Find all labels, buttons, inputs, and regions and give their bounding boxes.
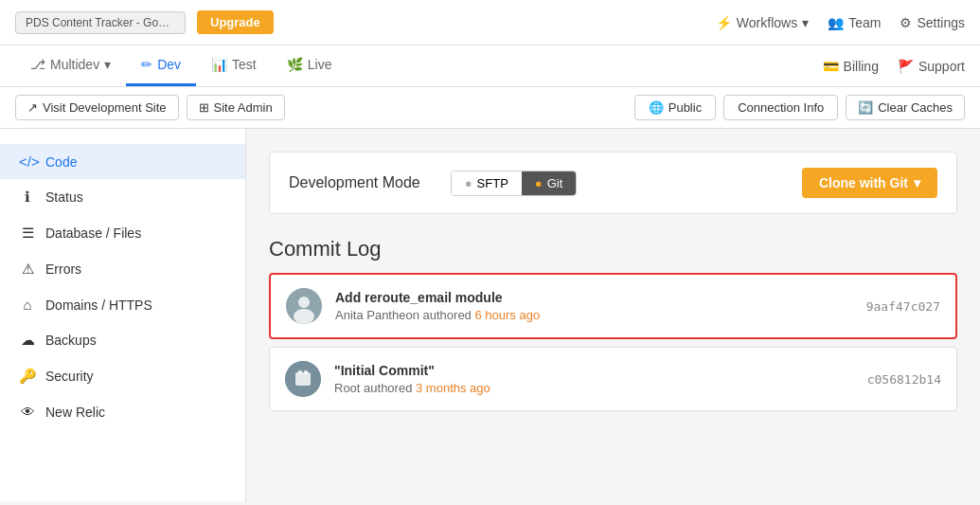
main-layout: </> Code ℹ Status ☰ Database / Files ⚠ E…: [0, 129, 980, 501]
sidebar-item-new-relic[interactable]: 👁 New Relic: [0, 394, 245, 429]
upgrade-button[interactable]: Upgrade: [197, 10, 274, 34]
workflows-chevron: ▾: [802, 15, 809, 30]
commit-meta-1: Anita Pantheon authored 6 hours ago: [335, 308, 853, 322]
connection-info-button[interactable]: Connection Info: [723, 95, 838, 120]
commit-info-1: Add reroute_email module Anita Pantheon …: [335, 290, 853, 322]
env-tabs: ⎇ Multidev ▾ ✏ Dev 📊 Test 🌿 Live: [15, 45, 347, 86]
multidev-chevron-icon: ▾: [104, 57, 111, 72]
sidebar-item-database[interactable]: ☰ Database / Files: [0, 215, 245, 251]
tab-live[interactable]: 🌿 Live: [272, 45, 347, 86]
support-icon: 🚩: [898, 59, 914, 74]
svg-rect-4: [295, 372, 311, 386]
action-bar: ↗ Visit Development Site ⊞ Site Admin 🌐 …: [0, 87, 980, 129]
external-link-icon: ↗: [27, 100, 38, 115]
warning-icon: ⚠: [19, 261, 36, 278]
settings-nav[interactable]: ⚙ Settings: [900, 15, 965, 30]
browser-tab: PDS Content Tracker - Google Docs · docs…: [15, 11, 186, 34]
live-icon: 🌿: [287, 57, 303, 72]
env-bar: ⎇ Multidev ▾ ✏ Dev 📊 Test 🌿 Live 💳 Billi…: [0, 45, 980, 87]
git-toggle[interactable]: ● Git: [522, 171, 576, 195]
commit-hash-1: 9aaf47c027: [866, 299, 940, 314]
public-button[interactable]: 🌐 Public: [634, 95, 716, 120]
team-label: Team: [848, 15, 881, 30]
commit-time-2: 3 months ago: [416, 381, 490, 395]
tab-test[interactable]: 📊 Test: [196, 45, 272, 86]
tab-dev[interactable]: ✏ Dev: [126, 45, 196, 86]
sidebar-label-database: Database / Files: [45, 225, 141, 241]
git-dot-icon: ●: [535, 176, 543, 190]
info-icon: ℹ: [19, 189, 36, 206]
commit-item-1: Add reroute_email module Anita Pantheon …: [269, 273, 957, 339]
sidebar-label-new-relic: New Relic: [45, 405, 105, 420]
commit-hash-2: c056812b14: [867, 372, 941, 387]
tab-test-label: Test: [232, 57, 257, 72]
support-label: Support: [918, 59, 965, 74]
clear-caches-button[interactable]: 🔄 Clear Caches: [846, 95, 965, 120]
commit-log-title: Commit Log: [269, 237, 957, 262]
test-icon: 📊: [211, 57, 227, 72]
team-nav[interactable]: 👥 Team: [828, 15, 881, 30]
sidebar-item-security[interactable]: 🔑 Security: [0, 358, 245, 394]
tab-multidev-label: Multidev: [50, 57, 99, 72]
sidebar-item-domains[interactable]: ⌂ Domains / HTTPS: [0, 287, 245, 322]
code-icon: </>: [19, 153, 36, 170]
database-icon: ☰: [19, 225, 36, 242]
sidebar-label-backups: Backups: [45, 333, 97, 348]
commit-avatar-2: [285, 361, 321, 397]
dev-mode-card: Development Mode ● SFTP ● Git Clone with…: [269, 152, 957, 214]
commit-title-2: "Initial Commit": [334, 363, 854, 378]
svg-point-2: [294, 309, 314, 324]
commit-list: Add reroute_email module Anita Pantheon …: [269, 273, 957, 411]
sidebar-label-security: Security: [45, 369, 94, 384]
workflows-nav[interactable]: ⚡ Workflows ▾: [716, 15, 809, 30]
sidebar-item-errors[interactable]: ⚠ Errors: [0, 251, 245, 287]
admin-icon: ⊞: [199, 100, 209, 115]
globe-icon: 🌐: [649, 100, 664, 115]
main-content: Development Mode ● SFTP ● Git Clone with…: [246, 129, 980, 501]
svg-rect-6: [304, 370, 308, 374]
dev-mode-label: Development Mode: [289, 174, 420, 191]
key-icon: 🔑: [19, 368, 36, 385]
sidebar-label-status: Status: [45, 189, 83, 205]
dev-mode-toggle: ● SFTP ● Git: [451, 171, 578, 196]
sidebar-label-code: Code: [45, 154, 77, 170]
sidebar-item-backups[interactable]: ☁ Backups: [0, 322, 245, 358]
workflows-icon: ⚡: [716, 15, 732, 30]
top-bar-right: ⚡ Workflows ▾ 👥 Team ⚙ Settings: [716, 15, 965, 30]
env-bar-right: 💳 Billing 🚩 Support: [823, 59, 965, 74]
sftp-dot-icon: ●: [465, 176, 472, 190]
sidebar-item-status[interactable]: ℹ Status: [0, 179, 245, 215]
settings-label: Settings: [917, 15, 965, 30]
cloud-icon: ☁: [19, 332, 36, 349]
workflows-label: Workflows: [737, 15, 797, 30]
visit-site-button[interactable]: ↗ Visit Development Site: [15, 95, 179, 120]
commit-info-2: "Initial Commit" Root authored 3 months …: [334, 363, 854, 395]
top-bar-left: PDS Content Tracker - Google Docs · docs…: [15, 10, 274, 34]
top-bar: PDS Content Tracker - Google Docs · docs…: [0, 0, 980, 45]
tab-multidev[interactable]: ⎇ Multidev ▾: [15, 45, 126, 86]
cache-icon: 🔄: [858, 100, 873, 115]
sftp-toggle[interactable]: ● SFTP: [452, 171, 522, 195]
billing-icon: 💳: [823, 59, 839, 74]
billing-nav[interactable]: 💳 Billing: [823, 59, 879, 74]
team-icon: 👥: [828, 15, 844, 30]
support-nav[interactable]: 🚩 Support: [898, 59, 965, 74]
site-admin-button[interactable]: ⊞ Site Admin: [187, 95, 285, 120]
home-icon: ⌂: [19, 297, 36, 313]
clone-with-git-button[interactable]: Clone with Git ▾: [802, 168, 937, 198]
sidebar-item-code[interactable]: </> Code: [0, 144, 245, 179]
eye-icon: 👁: [19, 404, 36, 420]
commit-item-2: "Initial Commit" Root authored 3 months …: [269, 347, 957, 411]
tab-live-label: Live: [308, 57, 332, 72]
svg-rect-5: [298, 370, 302, 374]
sidebar-label-errors: Errors: [45, 262, 81, 277]
browser-tab-text: PDS Content Tracker - Google Docs: [26, 16, 186, 29]
commit-avatar-1: [286, 288, 322, 324]
commit-author-2: Root authored: [334, 381, 416, 395]
dev-mode-left: Development Mode ● SFTP ● Git: [289, 171, 577, 196]
dev-icon: ✏: [141, 57, 152, 72]
commit-title-1: Add reroute_email module: [335, 290, 853, 305]
commit-author-1: Anita Pantheon authored: [335, 308, 474, 322]
sidebar-label-domains: Domains / HTTPS: [45, 298, 152, 313]
action-bar-right: 🌐 Public Connection Info 🔄 Clear Caches: [634, 95, 965, 120]
